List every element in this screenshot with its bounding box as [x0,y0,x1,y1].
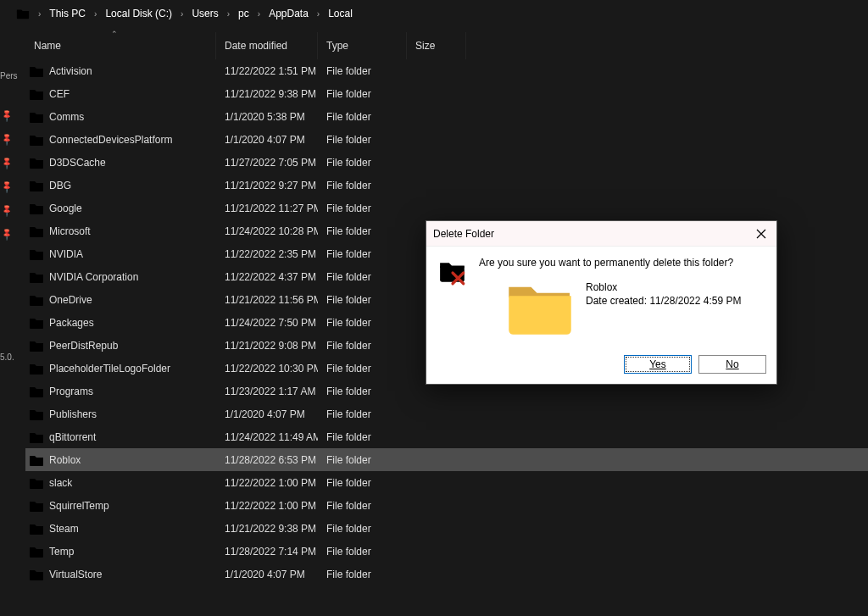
table-row[interactable]: Publishers1/1/2020 4:07 PMFile folder [25,402,868,425]
breadcrumb-seg[interactable]: AppData [267,6,310,21]
cell-type: File folder [318,408,407,420]
no-button[interactable]: No [698,355,766,374]
table-row[interactable]: Activision11/22/2022 1:51 PMFile folder [25,59,868,82]
dialog-titlebar[interactable]: Delete Folder [426,221,776,247]
column-header: ⌃ Name Date modified Type Size [13,32,868,59]
cell-type: File folder [318,134,407,146]
delete-warning-icon [438,257,470,340]
cell-type: File folder [318,271,407,283]
pin-icon: 📌 [0,110,12,122]
table-row[interactable]: Temp11/28/2022 7:14 PMFile folder [25,540,868,563]
table-row[interactable]: SquirrelTemp11/22/2022 1:00 PMFile folde… [25,494,868,517]
table-row[interactable]: CEF11/21/2022 9:38 PMFile folder [25,82,868,105]
file-name: Programs [49,386,93,397]
column-date[interactable]: Date modified [216,32,318,59]
cell-date: 11/21/2022 9:27 PM [216,180,318,191]
folder-icon [29,317,44,329]
breadcrumb-seg[interactable]: pc [236,6,251,21]
cell-type: File folder [318,454,407,466]
cell-date: 11/22/2022 10:30 PM [216,363,318,375]
cell-type: File folder [318,65,407,77]
cell-name: CEF [25,88,216,100]
file-name: VirtualStore [49,569,102,580]
dialog-title: Delete Folder [433,228,494,240]
cell-name: PlaceholderTileLogoFolder [25,363,216,375]
cell-type: File folder [318,225,407,237]
cell-date: 1/1/2020 4:07 PM [216,408,318,420]
folder-icon [29,111,44,123]
chevron-right-icon[interactable]: › [314,9,323,19]
breadcrumb-seg[interactable]: Local [326,6,354,21]
cell-date: 11/21/2022 11:27 PM [216,203,318,214]
folder-icon [29,569,44,580]
cell-name: Programs [25,386,216,397]
cell-name: Steam [25,523,216,535]
table-row[interactable]: slack11/22/2022 1:00 PMFile folder [25,471,868,494]
table-row[interactable]: Roblox11/28/2022 6:53 PMFile folder [25,448,868,471]
table-row[interactable]: qBittorrent11/24/2022 11:49 AMFile folde… [25,425,868,448]
cell-type: File folder [318,546,407,558]
close-icon [756,229,766,239]
delete-folder-dialog: Delete Folder Are you sure you want to p… [426,220,777,385]
cell-date: 1/1/2020 4:07 PM [216,569,318,580]
breadcrumb-seg[interactable]: Local Disk (C:) [103,6,174,21]
cell-name: Activision [25,65,216,77]
column-label: Date modified [225,40,287,52]
table-row[interactable]: D3DSCache11/27/2022 7:05 PMFile folder [25,151,868,174]
cell-type: File folder [318,248,407,260]
table-row[interactable]: Steam11/21/2022 9:38 PMFile folder [25,517,868,540]
file-name: Activision [49,65,92,77]
folder-icon [29,523,44,535]
chevron-right-icon[interactable]: › [224,9,233,19]
folder-icon [29,294,44,306]
yes-button[interactable]: Yes [624,355,692,374]
cell-date: 11/27/2022 7:05 PM [216,157,318,169]
table-row[interactable]: Google11/21/2022 11:27 PMFile folder [25,197,868,219]
column-size[interactable]: Size [407,32,466,59]
pin-icon: 📌 [0,229,12,241]
cell-date: 11/21/2022 9:38 PM [216,523,318,535]
folder-icon [29,386,44,397]
close-button[interactable] [753,225,770,242]
file-name: SquirrelTemp [49,500,109,512]
cell-type: File folder [318,477,407,489]
cell-name: NVIDIA Corporation [25,271,216,283]
file-name: NVIDIA Corporation [49,271,138,283]
folder-icon [29,546,44,558]
cell-date: 1/1/2020 5:38 PM [216,111,318,123]
breadcrumb[interactable]: › This PC › Local Disk (C:) › Users › pc… [13,0,868,27]
table-row[interactable]: Comms1/1/2020 5:38 PMFile folder [25,105,868,128]
file-name: CEF [49,88,70,100]
column-name[interactable]: ⌃ Name [13,32,216,59]
file-name: ConnectedDevicesPlatform [49,134,172,146]
sort-asc-icon: ⌃ [111,30,118,38]
chevron-right-icon[interactable]: › [254,9,264,19]
cell-date: 11/22/2022 2:35 PM [216,248,318,260]
chevron-right-icon[interactable]: › [177,9,186,19]
table-row[interactable]: VirtualStore1/1/2020 4:07 PMFile folder [25,563,868,585]
column-label: Name [34,40,61,52]
chevron-right-icon[interactable]: › [35,9,44,19]
pin-icon: 📌 [0,205,12,217]
table-row[interactable]: ConnectedDevicesPlatform1/1/2020 4:07 PM… [25,128,868,151]
chevron-right-icon[interactable]: › [91,9,100,19]
cell-type: File folder [318,157,407,169]
breadcrumb-seg[interactable]: This PC [47,6,87,21]
folder-icon [29,134,44,146]
breadcrumb-seg[interactable]: Users [190,6,220,21]
folder-icon [29,363,44,375]
table-row[interactable]: DBG11/21/2022 9:27 PMFile folder [25,174,868,197]
column-type[interactable]: Type [318,32,407,59]
folder-icon [29,65,44,77]
file-name: D3DSCache [49,157,106,169]
cell-name: D3DSCache [25,157,216,169]
cell-date: 11/23/2022 1:17 AM [216,386,318,397]
file-name: Microsoft [49,225,91,237]
folder-icon [29,477,44,489]
column-label: Type [326,40,348,52]
folder-icon [29,157,44,169]
folder-icon [29,408,44,420]
cell-name: Roblox [25,454,216,466]
cell-name: Microsoft [25,225,216,237]
cell-name: NVIDIA [25,248,216,260]
